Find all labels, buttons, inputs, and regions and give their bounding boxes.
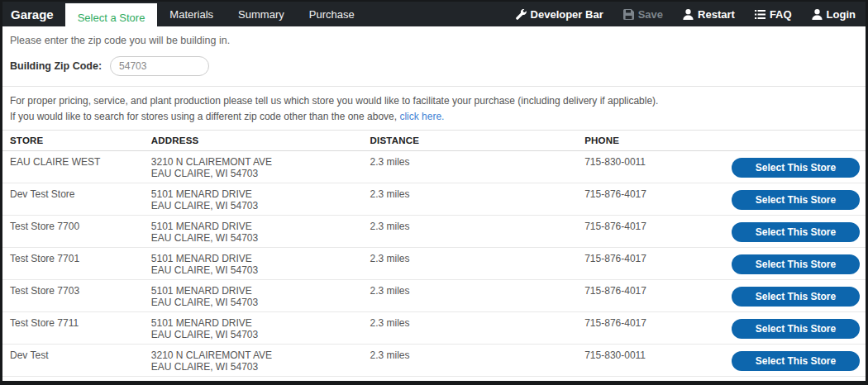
address-line-1: 5101 MENARD DRIVE	[151, 382, 370, 385]
login-label: Login	[827, 8, 856, 21]
zip-instruction-text: Please enter the zip code you will be bu…	[10, 35, 866, 46]
store-phone-cell: 715-830-0011	[584, 345, 732, 377]
select-this-store-button[interactable]: Select This Store	[732, 190, 860, 210]
save-icon	[623, 9, 634, 20]
address-line-2: EAU CLAIRE, WI 54703	[151, 297, 370, 308]
column-header-action	[732, 131, 866, 151]
address-line-1: 5101 MENARD DRIVE	[151, 188, 370, 200]
store-address-cell: 5101 MENARD DRIVE EAU CLAIRE, WI 54703	[151, 248, 370, 280]
tab-summary[interactable]: Summary	[226, 2, 297, 26]
store-address-cell: 5101 MENARD DRIVE EAU CLAIRE, WI 54703	[151, 280, 370, 312]
column-header-phone: PHONE	[584, 131, 732, 151]
click-here-link[interactable]: click here.	[399, 111, 444, 122]
store-distance-cell: 2.3 miles	[370, 312, 585, 345]
tab-purchase[interactable]: Purchase	[297, 2, 367, 26]
store-address-cell: 3210 N CLAIREMONT AVE EAU CLAIRE, WI 547…	[151, 345, 370, 377]
address-line-2: EAU CLAIRE, WI 54703	[151, 232, 370, 244]
store-action-cell: Select This Store	[732, 280, 866, 312]
store-distance-cell: 2.3 miles	[370, 183, 585, 216]
zip-input-row: Building Zip Code:	[10, 56, 866, 76]
address-line-2: EAU CLAIRE, WI 54703	[151, 168, 370, 179]
store-action-cell: Select This Store	[732, 345, 866, 377]
navbar-spacer	[367, 2, 516, 26]
store-distance-cell: 2.3 miles	[370, 377, 585, 385]
store-table-row: Test Store 7711 5101 MENARD DRIVE EAU CL…	[2, 312, 866, 345]
save-button[interactable]: Save	[623, 8, 663, 21]
login-button[interactable]: Login	[812, 8, 856, 21]
developer-bar-button[interactable]: Developer Bar	[516, 8, 603, 21]
zip-code-section: Please enter the zip code you will be bu…	[2, 26, 866, 76]
store-name-cell: Test Store 7703	[2, 280, 151, 312]
store-intro-section: For proper pricing, service, and plant p…	[2, 87, 866, 123]
store-table-row: Dev Test Store 5101 MENARD DRIVE EAU CLA…	[2, 183, 866, 216]
store-name-cell: Test Store 7701	[2, 248, 151, 280]
column-header-distance: DISTANCE	[370, 131, 585, 151]
store-action-cell: Select This Store	[732, 312, 866, 345]
address-line-1: 5101 MENARD DRIVE	[151, 221, 370, 232]
store-action-cell: Select This Store	[732, 151, 866, 183]
faq-button[interactable]: FAQ	[755, 8, 792, 21]
store-phone-cell: 715-876-4017	[584, 312, 732, 345]
select-this-store-button[interactable]: Select This Store	[732, 319, 860, 339]
store-distance-cell: 2.3 miles	[370, 248, 585, 280]
select-this-store-button[interactable]: Select This Store	[732, 222, 860, 242]
store-phone-cell: 715-876-4017	[584, 183, 732, 216]
store-address-cell: 5101 MENARD DRIVE EAU CLAIRE, WI 54703	[151, 312, 370, 345]
building-zip-code-input[interactable]	[110, 56, 209, 76]
store-table: STORE ADDRESS DISTANCE PHONE EAU CLAIRE …	[2, 130, 866, 385]
column-header-store: STORE	[2, 131, 151, 151]
restart-button[interactable]: Restart	[683, 8, 735, 21]
store-intro-line2-text: If you would like to search for stores u…	[10, 111, 399, 122]
select-this-store-button[interactable]: Select This Store	[732, 254, 860, 274]
store-name-cell: Dev Test	[2, 345, 151, 377]
address-line-1: 5101 MENARD DRIVE	[151, 253, 370, 264]
select-this-store-button[interactable]: Select This Store	[732, 351, 860, 371]
store-action-cell: Select This Store	[732, 248, 866, 280]
store-table-body: EAU CLAIRE WEST 3210 N CLAIREMONT AVE EA…	[2, 151, 866, 385]
store-phone-cell: 715-876-4017	[584, 216, 732, 248]
address-line-1: 5101 MENARD DRIVE	[151, 317, 370, 329]
store-name-cell: Dev Test Store	[2, 183, 151, 216]
store-intro-line1: For proper pricing, service, and plant p…	[10, 94, 866, 107]
store-name-cell: Test Store 7700	[2, 216, 151, 248]
tab-materials[interactable]: Materials	[157, 2, 226, 26]
store-table-row: Test Store 7701 5101 MENARD DRIVE EAU CL…	[2, 248, 866, 280]
nav-tabs: Select a Store Materials Summary Purchas…	[65, 2, 367, 26]
save-label: Save	[638, 8, 663, 21]
store-action-cell: Select This Store	[732, 377, 866, 385]
store-distance-cell: 2.3 miles	[370, 216, 585, 248]
user-icon	[683, 9, 694, 20]
address-line-2: EAU CLAIRE, WI 54703	[151, 264, 370, 276]
faq-label: FAQ	[770, 8, 792, 21]
tab-select-a-store[interactable]: Select a Store	[65, 3, 158, 31]
store-table-row: EAU CLAIRE WEST 3210 N CLAIREMONT AVE EA…	[2, 151, 866, 183]
app-window: Garage Select a Store Materials Summary …	[0, 0, 868, 385]
address-line-1: 3210 N CLAIREMONT AVE	[151, 156, 370, 168]
address-line-1: 5101 MENARD DRIVE	[151, 285, 370, 297]
store-phone-cell: 715-830-0011	[584, 151, 732, 183]
user-icon	[812, 9, 823, 20]
store-table-row: Test Store 7804 5101 MENARD DRIVE EAU CL…	[2, 377, 866, 385]
select-this-store-button[interactable]: Select This Store	[732, 287, 860, 307]
store-distance-cell: 2.3 miles	[370, 151, 585, 183]
column-header-address: ADDRESS	[151, 131, 370, 151]
store-table-row: Test Store 7703 5101 MENARD DRIVE EAU CL…	[2, 280, 866, 312]
select-this-store-button[interactable]: Select This Store	[732, 158, 860, 178]
store-intro-line2: If you would like to search for stores u…	[10, 110, 866, 123]
store-table-row: Dev Test 3210 N CLAIREMONT AVE EAU CLAIR…	[2, 345, 866, 377]
brand-title: Garage	[2, 2, 65, 26]
address-line-2: EAU CLAIRE, WI 54703	[151, 329, 370, 340]
store-name-cell: Test Store 7804	[2, 377, 151, 385]
address-line-2: EAU CLAIRE, WI 54703	[151, 200, 370, 212]
store-distance-cell: 2.3 miles	[370, 280, 585, 312]
store-address-cell: 5101 MENARD DRIVE EAU CLAIRE, WI 54703	[151, 183, 370, 216]
list-icon	[755, 9, 765, 20]
store-address-cell: 5101 MENARD DRIVE EAU CLAIRE, WI 54703	[151, 377, 370, 385]
store-action-cell: Select This Store	[732, 216, 866, 248]
top-navbar: Garage Select a Store Materials Summary …	[2, 2, 866, 26]
store-table-header: STORE ADDRESS DISTANCE PHONE	[2, 131, 866, 151]
store-address-cell: 3210 N CLAIREMONT AVE EAU CLAIRE, WI 547…	[151, 151, 370, 183]
navbar-actions: Developer Bar Save Restart FAQ	[516, 2, 866, 26]
wrench-icon	[516, 9, 527, 20]
store-distance-cell: 2.3 miles	[370, 345, 585, 377]
